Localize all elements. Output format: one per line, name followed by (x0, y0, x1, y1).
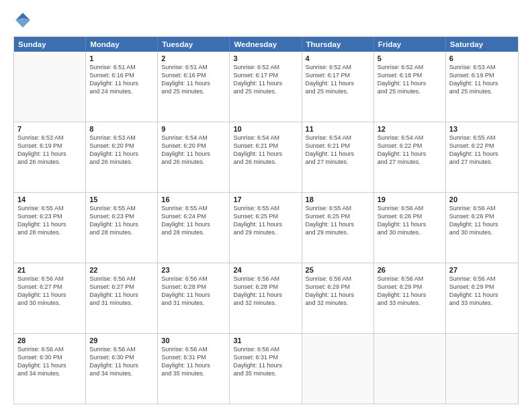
day-number: 27 (449, 266, 515, 274)
day-info: Sunrise: 6:53 AM Sunset: 6:19 PM Dayligh… (449, 63, 515, 96)
day-cell-4: 4Sunrise: 6:52 AM Sunset: 6:17 PM Daylig… (302, 52, 374, 122)
header-day-thursday: Thursday (302, 37, 374, 52)
header-day-friday: Friday (374, 37, 446, 52)
day-info: Sunrise: 6:56 AM Sunset: 6:30 PM Dayligh… (17, 345, 82, 378)
empty-cell-4-5 (374, 334, 446, 404)
day-number: 14 (17, 195, 82, 203)
day-cell-5: 5Sunrise: 6:52 AM Sunset: 6:18 PM Daylig… (374, 52, 446, 122)
day-number: 21 (17, 266, 82, 274)
day-number: 20 (449, 195, 515, 203)
day-number: 12 (378, 125, 442, 133)
day-info: Sunrise: 6:52 AM Sunset: 6:17 PM Dayligh… (306, 63, 370, 96)
page: SundayMondayTuesdayWednesdayThursdayFrid… (0, 0, 532, 411)
day-number: 26 (378, 266, 442, 274)
day-info: Sunrise: 6:55 AM Sunset: 6:23 PM Dayligh… (17, 204, 82, 237)
day-number: 31 (233, 336, 298, 345)
day-cell-28: 28Sunrise: 6:56 AM Sunset: 6:30 PM Dayli… (14, 334, 86, 404)
day-cell-29: 29Sunrise: 6:56 AM Sunset: 6:30 PM Dayli… (86, 334, 158, 404)
day-cell-22: 22Sunrise: 6:56 AM Sunset: 6:27 PM Dayli… (86, 263, 158, 333)
calendar-row-1: 7Sunrise: 6:53 AM Sunset: 6:19 PM Daylig… (14, 122, 518, 192)
day-number: 1 (89, 54, 154, 62)
day-cell-2: 2Sunrise: 6:51 AM Sunset: 6:16 PM Daylig… (158, 52, 230, 122)
day-info: Sunrise: 6:56 AM Sunset: 6:27 PM Dayligh… (89, 275, 154, 308)
day-number: 22 (89, 266, 154, 274)
day-cell-9: 9Sunrise: 6:54 AM Sunset: 6:20 PM Daylig… (158, 122, 230, 192)
day-number: 19 (378, 195, 442, 203)
day-info: Sunrise: 6:55 AM Sunset: 6:23 PM Dayligh… (89, 204, 154, 237)
calendar-row-3: 21Sunrise: 6:56 AM Sunset: 6:27 PM Dayli… (14, 263, 518, 333)
day-info: Sunrise: 6:55 AM Sunset: 6:22 PM Dayligh… (449, 134, 515, 167)
empty-cell-4-6 (446, 334, 518, 404)
day-cell-23: 23Sunrise: 6:56 AM Sunset: 6:28 PM Dayli… (158, 263, 230, 333)
day-info: Sunrise: 6:56 AM Sunset: 6:26 PM Dayligh… (378, 204, 442, 237)
day-info: Sunrise: 6:53 AM Sunset: 6:19 PM Dayligh… (17, 134, 82, 167)
logo (13, 11, 34, 30)
day-info: Sunrise: 6:56 AM Sunset: 6:28 PM Dayligh… (161, 275, 226, 308)
day-info: Sunrise: 6:52 AM Sunset: 6:18 PM Dayligh… (378, 63, 442, 96)
day-cell-27: 27Sunrise: 6:56 AM Sunset: 6:29 PM Dayli… (446, 263, 518, 333)
header-day-saturday: Saturday (446, 37, 518, 52)
day-cell-21: 21Sunrise: 6:56 AM Sunset: 6:27 PM Dayli… (14, 263, 86, 333)
day-number: 28 (17, 336, 82, 345)
day-cell-30: 30Sunrise: 6:56 AM Sunset: 6:31 PM Dayli… (158, 334, 230, 404)
calendar-row-0: 1Sunrise: 6:51 AM Sunset: 6:16 PM Daylig… (14, 52, 518, 122)
day-number: 18 (306, 195, 370, 203)
day-number: 29 (89, 336, 154, 345)
day-info: Sunrise: 6:56 AM Sunset: 6:28 PM Dayligh… (233, 275, 298, 308)
day-info: Sunrise: 6:55 AM Sunset: 6:25 PM Dayligh… (306, 204, 370, 237)
day-number: 5 (378, 54, 442, 62)
day-cell-6: 6Sunrise: 6:53 AM Sunset: 6:19 PM Daylig… (446, 52, 518, 122)
day-cell-31: 31Sunrise: 6:56 AM Sunset: 6:31 PM Dayli… (230, 334, 302, 404)
day-info: Sunrise: 6:54 AM Sunset: 6:20 PM Dayligh… (161, 134, 226, 167)
day-info: Sunrise: 6:55 AM Sunset: 6:25 PM Dayligh… (233, 204, 298, 237)
day-number: 8 (89, 125, 154, 133)
header-day-tuesday: Tuesday (158, 37, 230, 52)
calendar-body: 1Sunrise: 6:51 AM Sunset: 6:16 PM Daylig… (14, 52, 518, 404)
header-day-wednesday: Wednesday (230, 37, 302, 52)
day-number: 23 (161, 266, 226, 274)
empty-cell-0-0 (14, 52, 86, 122)
day-cell-20: 20Sunrise: 6:56 AM Sunset: 6:26 PM Dayli… (446, 193, 518, 263)
day-cell-3: 3Sunrise: 6:52 AM Sunset: 6:17 PM Daylig… (230, 52, 302, 122)
calendar: SundayMondayTuesdayWednesdayThursdayFrid… (13, 36, 519, 404)
day-info: Sunrise: 6:56 AM Sunset: 6:26 PM Dayligh… (449, 204, 515, 237)
day-info: Sunrise: 6:52 AM Sunset: 6:17 PM Dayligh… (233, 63, 298, 96)
day-cell-18: 18Sunrise: 6:55 AM Sunset: 6:25 PM Dayli… (302, 193, 374, 263)
day-number: 10 (233, 125, 298, 133)
day-info: Sunrise: 6:56 AM Sunset: 6:29 PM Dayligh… (449, 275, 515, 308)
day-cell-24: 24Sunrise: 6:56 AM Sunset: 6:28 PM Dayli… (230, 263, 302, 333)
logo-icon (13, 11, 32, 30)
day-cell-12: 12Sunrise: 6:54 AM Sunset: 6:22 PM Dayli… (374, 122, 446, 192)
day-info: Sunrise: 6:56 AM Sunset: 6:29 PM Dayligh… (306, 275, 370, 308)
day-cell-17: 17Sunrise: 6:55 AM Sunset: 6:25 PM Dayli… (230, 193, 302, 263)
day-info: Sunrise: 6:51 AM Sunset: 6:16 PM Dayligh… (89, 63, 154, 96)
day-info: Sunrise: 6:56 AM Sunset: 6:31 PM Dayligh… (233, 345, 298, 378)
day-info: Sunrise: 6:54 AM Sunset: 6:22 PM Dayligh… (378, 134, 442, 167)
day-info: Sunrise: 6:54 AM Sunset: 6:21 PM Dayligh… (306, 134, 370, 167)
day-number: 11 (306, 125, 370, 133)
day-cell-16: 16Sunrise: 6:55 AM Sunset: 6:24 PM Dayli… (158, 193, 230, 263)
day-cell-14: 14Sunrise: 6:55 AM Sunset: 6:23 PM Dayli… (14, 193, 86, 263)
day-info: Sunrise: 6:56 AM Sunset: 6:31 PM Dayligh… (161, 345, 226, 378)
day-number: 13 (449, 125, 515, 133)
day-info: Sunrise: 6:56 AM Sunset: 6:29 PM Dayligh… (378, 275, 442, 308)
day-cell-10: 10Sunrise: 6:54 AM Sunset: 6:21 PM Dayli… (230, 122, 302, 192)
day-number: 15 (89, 195, 154, 203)
day-cell-15: 15Sunrise: 6:55 AM Sunset: 6:23 PM Dayli… (86, 193, 158, 263)
day-number: 17 (233, 195, 298, 203)
day-info: Sunrise: 6:51 AM Sunset: 6:16 PM Dayligh… (161, 63, 226, 96)
calendar-row-4: 28Sunrise: 6:56 AM Sunset: 6:30 PM Dayli… (14, 333, 518, 404)
day-info: Sunrise: 6:53 AM Sunset: 6:20 PM Dayligh… (89, 134, 154, 167)
day-cell-25: 25Sunrise: 6:56 AM Sunset: 6:29 PM Dayli… (302, 263, 374, 333)
calendar-header: SundayMondayTuesdayWednesdayThursdayFrid… (14, 37, 518, 52)
day-cell-8: 8Sunrise: 6:53 AM Sunset: 6:20 PM Daylig… (86, 122, 158, 192)
day-cell-26: 26Sunrise: 6:56 AM Sunset: 6:29 PM Dayli… (374, 263, 446, 333)
day-number: 6 (449, 54, 515, 62)
day-number: 9 (161, 125, 226, 133)
day-cell-13: 13Sunrise: 6:55 AM Sunset: 6:22 PM Dayli… (446, 122, 518, 192)
day-cell-19: 19Sunrise: 6:56 AM Sunset: 6:26 PM Dayli… (374, 193, 446, 263)
day-info: Sunrise: 6:55 AM Sunset: 6:24 PM Dayligh… (161, 204, 226, 237)
day-cell-1: 1Sunrise: 6:51 AM Sunset: 6:16 PM Daylig… (86, 52, 158, 122)
day-cell-11: 11Sunrise: 6:54 AM Sunset: 6:21 PM Dayli… (302, 122, 374, 192)
day-number: 4 (306, 54, 370, 62)
